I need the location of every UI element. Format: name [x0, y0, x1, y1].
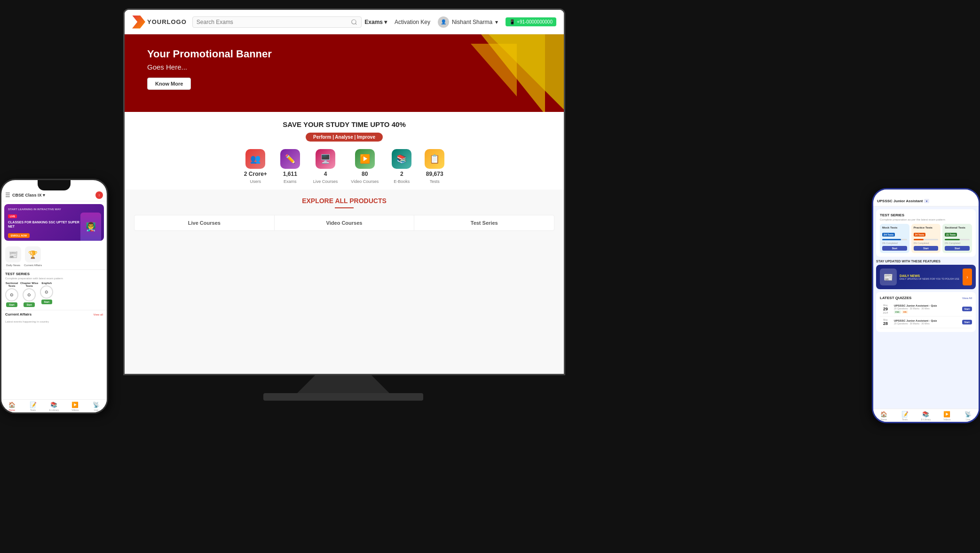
pr-elibrary-label: E-Library [921, 418, 931, 421]
stat-tests: 📋 89,673 Tests [425, 149, 444, 184]
test-series-sub: Complete preparation with latest exam pa… [1, 277, 107, 282]
ebooks-number: 2 [400, 171, 403, 177]
user-menu[interactable]: 👤 Nishant Sharma ▾ [438, 16, 498, 28]
phone-left-screen: ☰ CBSE Class IX ▾ ! START LEARNING IN IN… [1, 180, 107, 412]
exam-select[interactable]: UPSSSC Junior Assistant ▾ [877, 199, 975, 203]
pr-home-icon: 🏠 [880, 411, 887, 418]
daily-news-banner[interactable]: 📰 DAILY NEWS DAILY UPDATES OF NEWS FOR Y… [876, 265, 976, 289]
test-series-title: TEST SERIES [1, 270, 107, 277]
mock-tests-card[interactable]: Mock Tests 3/4 Tests 0% Completed Start [880, 224, 909, 253]
nav-elibrary[interactable]: 📚 E-Library [44, 402, 65, 411]
daily-news-icon: 📰 [5, 246, 21, 262]
sectional-tests[interactable]: SectionalTests ⊙ Start [5, 282, 18, 307]
right-test-series-sub: Complete preparation as per the latest e… [880, 218, 972, 221]
phone-right-topbar: UPSSSC Junior Assistant ▾ [873, 190, 979, 206]
exams-label: Exams [284, 179, 297, 184]
product-tabs: Live Courses Video Courses Test Series [134, 215, 554, 231]
mock-tests-start[interactable]: Start [882, 246, 907, 251]
phone-left-banner: START LEARNING IN INTRACTIVE WAY LIVE CL… [4, 204, 104, 241]
pr-videos-label: Videos [943, 418, 950, 421]
logo-area: YOURLOGO [132, 16, 187, 29]
quizzes-view-all[interactable]: View All [962, 297, 972, 300]
hin-badge: HIN [902, 310, 908, 314]
view-all-link[interactable]: View all [93, 313, 103, 316]
english-start[interactable]: Start [41, 300, 52, 304]
nav-home[interactable]: 🏠 Home [1, 402, 23, 411]
video-courses-icon-box: ▶️ [355, 149, 375, 169]
phone-left-bottom-nav: 🏠 Home 📝 Tests 📚 E-Library ▶️ Videos 📡 L… [1, 399, 107, 412]
class-select[interactable]: CBSE Class IX ▾ [12, 193, 45, 198]
right-phone: UPSSSC Junior Assistant ▾ TEST SERIES Co… [872, 188, 980, 423]
chapterwise-label: Chapter WiseTests [20, 282, 38, 287]
sectional-tests-card[interactable]: Sectional Tests 21 Tests 0% Completed St… [942, 224, 972, 253]
search-bar[interactable] [192, 16, 362, 28]
triangle-3 [451, 44, 517, 110]
quiz-day-1: 29 [883, 307, 888, 311]
activation-key[interactable]: Activation Key [395, 19, 430, 25]
practice-tests-progress-text: 0% Completed [914, 242, 939, 245]
pr-nav-videos[interactable]: ▶️ Videos [936, 411, 957, 421]
quiz-start-1[interactable]: Start [962, 307, 972, 311]
current-affairs-item[interactable]: 🏆 Current Affairs [24, 246, 42, 267]
home-label: Home [9, 409, 15, 411]
pr-tests-icon: 📝 [901, 411, 909, 418]
chapterwise-start[interactable]: Start [24, 302, 34, 307]
practice-tests-progress-fill [914, 239, 924, 240]
news-arrow-icon: › [963, 269, 972, 285]
mock-tests-progress-fill [882, 239, 901, 240]
sectional-tests-progress-bar [945, 239, 970, 240]
pr-nav-live[interactable]: 📡 Live [957, 411, 979, 421]
current-affairs-label: Current Affairs [24, 264, 42, 267]
daily-news-img: 📰 [880, 269, 897, 285]
test-series-row: SectionalTests ⊙ Start Chapter WiseTests… [1, 282, 107, 310]
daily-news-label: Daily News [6, 264, 20, 267]
right-test-series-title: TEST SERIES [880, 213, 972, 217]
videos-icon: ▶️ [71, 402, 79, 408]
live-badge: LIVE [8, 214, 17, 218]
mock-tests-progress-bar [882, 239, 907, 240]
daily-news-desc: DAILY UPDATES OF NEWS FOR YOU TO POLISH … [900, 277, 960, 280]
sectional-start[interactable]: Start [6, 302, 17, 307]
notification-badge[interactable]: ! [95, 191, 103, 199]
video-courses-label: Video Courses [351, 179, 379, 184]
menu-icon[interactable]: ☰ [5, 192, 10, 198]
quiz-badges-1: ENG HIN [894, 310, 959, 314]
exams-menu[interactable]: Exams ▾ [364, 19, 387, 25]
nav-tests[interactable]: 📝 Tests [23, 402, 44, 411]
english-tests[interactable]: English ⊙ Start [40, 282, 53, 307]
daily-news-item[interactable]: 📰 Daily News [5, 246, 21, 267]
navbar: YOURLOGO Exams ▾ Activation Key 👤 Nishan… [125, 10, 564, 34]
current-affairs-icon: 🏆 [25, 246, 41, 262]
pr-tests-label: Tests [902, 418, 908, 421]
pr-nav-elibrary[interactable]: 📚 E-Library [916, 411, 937, 421]
sectional-tests-start[interactable]: Start [945, 246, 970, 251]
whatsapp-icon: 📱 [509, 19, 515, 24]
tab-test-series[interactable]: Test Series [414, 215, 554, 230]
practice-tests-title: Practice Tests [914, 226, 939, 229]
english-circle: ⊙ [40, 285, 53, 299]
chapterwise-tests[interactable]: Chapter WiseTests ⊙ Start [20, 282, 38, 307]
tests-icon: 📝 [30, 402, 37, 408]
know-more-button[interactable]: Know More [147, 78, 191, 90]
practice-tests-card[interactable]: Practice Tests 34 Tests 0% Completed Sta… [911, 224, 941, 253]
pr-nav-tests[interactable]: 📝 Tests [894, 411, 916, 421]
pr-live-label: Live [966, 418, 970, 421]
svg-line-1 [356, 23, 357, 24]
pr-nav-home[interactable]: 🏠 Home [873, 411, 894, 421]
logo-text: YOURLOGO [147, 18, 187, 25]
nav-videos[interactable]: ▶️ Videos [64, 402, 86, 411]
practice-tests-start[interactable]: Start [914, 246, 939, 251]
quizzes-section: LATEST QUIZZES View All May 29 2024 UPSS… [876, 292, 976, 332]
enroll-button[interactable]: ENROLL NOW [8, 233, 30, 238]
nav-live[interactable]: 📡 Live [86, 402, 107, 411]
quiz-start-2[interactable]: Start [962, 320, 972, 324]
tab-live-courses[interactable]: Live Courses [134, 215, 275, 230]
search-input[interactable] [197, 19, 351, 25]
exams-icon-box: ✏️ [280, 149, 300, 169]
left-phone: ☰ CBSE Class IX ▾ ! START LEARNING IN IN… [0, 179, 108, 414]
daily-news-badge: DAILY NEWS [900, 274, 960, 277]
banner-text: Your Promotional Banner Goes Here... Kno… [147, 47, 272, 90]
ebooks-label: E-Books [394, 179, 410, 184]
tab-video-courses[interactable]: Video Courses [275, 215, 415, 230]
live-courses-icon-box: 🖥️ [316, 149, 335, 169]
